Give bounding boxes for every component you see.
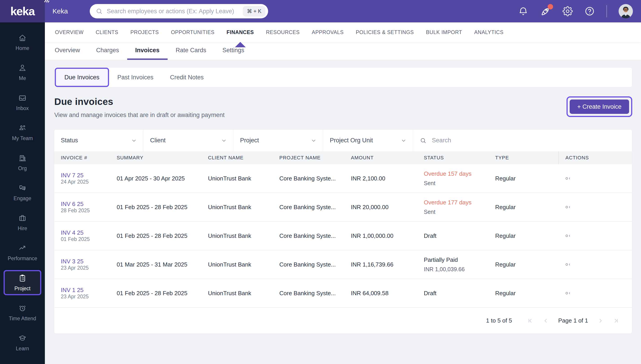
tab-analytics[interactable]: ANALYTICS	[468, 22, 510, 42]
search-icon	[420, 137, 427, 144]
client-cell: UnionTrust Bank	[201, 290, 273, 297]
project-cell: Core Banking Syste...	[273, 175, 344, 182]
invoice-number-link[interactable]: INV 7 25	[61, 172, 84, 179]
filter-client[interactable]: Client	[143, 130, 233, 151]
learn-icon	[18, 334, 27, 342]
help-icon	[584, 6, 595, 16]
sidebar-item-learn[interactable]: Learn	[3, 328, 42, 358]
subtab-rate-cards[interactable]: Rate Cards	[168, 42, 214, 60]
notifications-button[interactable]	[518, 6, 528, 16]
pagination-prev-button[interactable]	[542, 318, 549, 324]
keka-logo[interactable]: keka	[0, 0, 45, 22]
invoice-number-link[interactable]: INV 4 25	[61, 229, 84, 236]
topbar: keka Keka ⌘ + K	[0, 0, 641, 22]
help-button[interactable]	[584, 6, 595, 16]
row-actions-menu[interactable]	[558, 205, 570, 210]
tab-finances[interactable]: FINANCES	[221, 22, 260, 42]
sidebar-item-engage[interactable]: Engage	[3, 178, 42, 208]
tab-bulk-import[interactable]: BULK IMPORT	[420, 22, 468, 42]
filter-project[interactable]: Project	[233, 130, 323, 151]
whats-new-button[interactable]	[540, 6, 551, 16]
module-nav: OVERVIEW CLIENTS PROJECTS OPPORTUNITIES …	[45, 22, 641, 42]
page-header: Due invoices View and manage invoices th…	[54, 96, 632, 118]
sidebar-item-project[interactable]: Project	[4, 270, 41, 295]
subtab-settings[interactable]: Settings	[214, 42, 252, 60]
subtab-overview[interactable]: Overview	[47, 42, 88, 60]
pagination-first-button[interactable]	[527, 318, 533, 324]
status-badge: Draft	[424, 232, 488, 240]
settings-button[interactable]	[562, 6, 573, 16]
invoice-number-link[interactable]: INV 3 25	[61, 258, 84, 265]
tab-approvals[interactable]: APPROVALS	[306, 22, 350, 42]
keka-logo-text: keka	[10, 4, 35, 18]
col-status: STATUS	[417, 155, 488, 161]
org-icon	[18, 154, 27, 162]
client-cell: UnionTrust Bank	[201, 175, 273, 182]
search-icon	[96, 8, 103, 15]
tab-policies-settings[interactable]: POLICIES & SETTINGS	[350, 22, 420, 42]
sidebar-item-label: Org	[18, 166, 27, 172]
sidebar-item-label: Learn	[16, 346, 29, 352]
filter-status-label: Status	[61, 137, 78, 144]
row-actions-menu[interactable]	[558, 176, 570, 181]
tab-opportunities[interactable]: OPPORTUNITIES	[165, 22, 221, 42]
ellipsis-icon	[565, 291, 570, 296]
ellipsis-icon	[565, 176, 570, 181]
amount-cell: INR 1,00,000.00	[344, 232, 417, 240]
subtab-charges[interactable]: Charges	[88, 42, 127, 60]
gear-icon	[562, 6, 573, 16]
sidebar-item-label: Performance	[8, 256, 37, 262]
sidebar: Home Me Inbox My Team Org Engage Hire Pe…	[0, 22, 45, 364]
pagination-next-button[interactable]	[597, 318, 604, 324]
sidebar-item-label: Inbox	[16, 105, 29, 112]
chevron-down-icon	[311, 138, 316, 144]
invoice-number-link[interactable]: INV 6 25	[61, 200, 84, 207]
invoice-number-link[interactable]: INV 1 25	[61, 287, 84, 294]
tab-past-invoices[interactable]: Past Invoices	[109, 74, 162, 81]
global-search-input[interactable]	[107, 8, 243, 15]
tab-overview[interactable]: OVERVIEW	[49, 22, 90, 42]
table-row: INV 7 2524 Apr 2025 01 Apr 2025 - 30 Apr…	[54, 164, 632, 193]
ellipsis-icon	[565, 205, 570, 210]
amount-cell: INR 20,000.00	[344, 204, 417, 211]
sidebar-item-time-attend[interactable]: Time Attend	[3, 298, 42, 328]
invoice-date: 23 Apr 2025	[61, 294, 110, 300]
sidebar-item-home[interactable]: Home	[3, 27, 42, 58]
type-cell: Regular	[488, 290, 558, 297]
invoice-date: 01 Feb 2025	[61, 236, 110, 242]
filter-project-org-unit[interactable]: Project Org Unit	[323, 130, 413, 151]
pagination-last-button[interactable]	[613, 318, 619, 324]
project-icon	[18, 274, 27, 282]
summary-cell: 01 Feb 2025 - 28 Feb 2025	[110, 204, 201, 211]
row-actions-menu[interactable]	[558, 291, 570, 296]
filter-status[interactable]: Status	[54, 130, 143, 151]
amount-cell: INR 64,009.58	[344, 290, 417, 297]
create-invoice-button[interactable]: + Create Invoice	[570, 100, 629, 114]
tab-due-invoices[interactable]: Due Invoices	[55, 68, 109, 87]
project-cell: Core Banking Syste...	[273, 232, 344, 240]
tab-resources[interactable]: RESOURCES	[260, 22, 305, 42]
sidebar-item-hire[interactable]: Hire	[3, 208, 42, 238]
global-search[interactable]: ⌘ + K	[90, 4, 268, 18]
sidebar-item-org[interactable]: Org	[3, 148, 42, 178]
create-invoice-annotation: + Create Invoice	[566, 96, 632, 117]
row-actions-menu[interactable]	[558, 262, 570, 267]
table-search[interactable]	[413, 130, 632, 151]
tab-credit-notes[interactable]: Credit Notes	[162, 74, 212, 81]
status-badge: Overdue 157 days	[424, 170, 488, 177]
sidebar-item-inbox[interactable]: Inbox	[3, 88, 42, 118]
notification-dot	[548, 4, 553, 10]
sidebar-item-my-team[interactable]: My Team	[3, 118, 42, 148]
row-actions-menu[interactable]	[558, 233, 570, 238]
col-client: CLIENT NAME	[201, 155, 273, 161]
tab-clients[interactable]: CLIENTS	[90, 22, 125, 42]
sidebar-item-performance[interactable]: Performance	[3, 238, 42, 268]
tab-projects[interactable]: PROJECTS	[124, 22, 165, 42]
sidebar-item-me[interactable]: Me	[3, 58, 42, 88]
subtab-invoices[interactable]: Invoices	[127, 42, 168, 60]
avatar[interactable]	[618, 4, 633, 18]
col-actions: ACTIONS	[559, 155, 589, 161]
pagination-last-icon	[613, 318, 619, 324]
sidebar-item-label: Project	[14, 286, 31, 292]
table-search-input[interactable]	[432, 137, 625, 144]
